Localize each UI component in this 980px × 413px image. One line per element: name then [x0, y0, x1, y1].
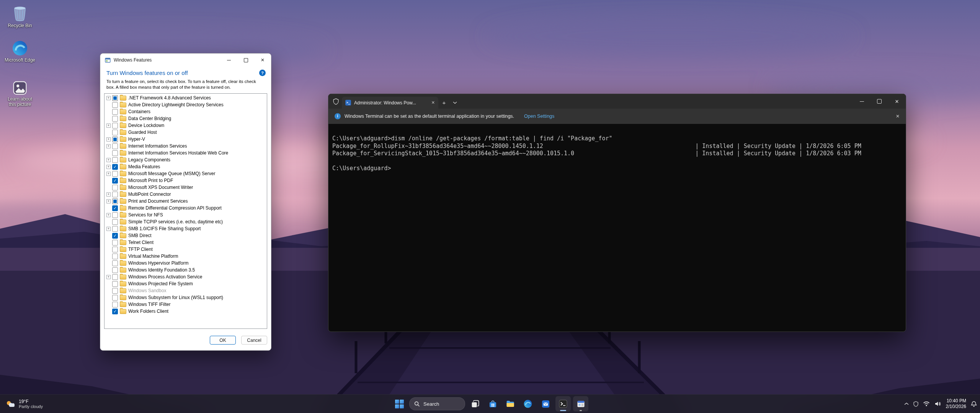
feature-row[interactable]: +Internet Information Services [105, 143, 267, 150]
minimize-button[interactable] [220, 54, 237, 67]
feature-checkbox[interactable] [112, 109, 118, 115]
feature-row[interactable]: Data Center Bridging [105, 115, 267, 122]
feature-row[interactable]: +Hyper-V [105, 136, 267, 143]
new-tab-button[interactable]: + [438, 97, 450, 109]
maximize-button[interactable] [237, 54, 254, 67]
banner-close-icon[interactable]: ✕ [896, 114, 900, 119]
file-explorer-button[interactable] [503, 396, 518, 411]
feature-row[interactable]: Telnet Client [105, 239, 267, 246]
feature-checkbox[interactable] [112, 102, 118, 108]
help-icon[interactable]: ? [259, 70, 266, 76]
feature-checkbox[interactable] [112, 260, 118, 266]
windows-features-taskbar-button[interactable] [573, 396, 588, 411]
tab-close-icon[interactable]: ✕ [431, 100, 435, 105]
expand-plus-icon[interactable]: + [106, 158, 111, 162]
expand-plus-icon[interactable]: + [106, 213, 111, 217]
feature-checkbox[interactable] [112, 157, 118, 163]
feature-row[interactable]: Windows Subsystem for Linux (WSL1 suppor… [105, 294, 267, 301]
start-button[interactable] [392, 396, 407, 411]
terminal-close-button[interactable]: ✕ [888, 94, 906, 109]
feature-row[interactable]: Windows Sandbox [105, 287, 267, 294]
feature-row[interactable]: ✓Work Folders Client [105, 308, 267, 315]
expand-plus-icon[interactable]: + [106, 96, 111, 100]
feature-checkbox[interactable] [112, 288, 118, 294]
feature-checkbox[interactable] [112, 274, 118, 280]
feature-row[interactable]: +.NET Framework 4.8 Advanced Services [105, 94, 267, 101]
expand-plus-icon[interactable]: + [106, 137, 111, 141]
feature-row[interactable]: +Services for NFS [105, 211, 267, 218]
feature-checkbox[interactable] [112, 302, 118, 307]
feature-checkbox[interactable] [112, 116, 118, 122]
feature-checkbox[interactable] [112, 219, 118, 225]
terminal-tab[interactable]: >_ Administrator: Windows Pow... ✕ [342, 97, 438, 109]
feature-row[interactable]: Windows Hypervisor Platform [105, 260, 267, 267]
feature-row[interactable]: Microsoft XPS Document Writer [105, 184, 267, 191]
dialog-titlebar[interactable]: Windows Features ✕ [100, 54, 271, 67]
feature-row[interactable]: Windows TIFF IFilter [105, 301, 267, 308]
feature-row[interactable]: +Print and Document Services [105, 198, 267, 205]
feature-checkbox[interactable] [112, 95, 118, 101]
cancel-button[interactable]: Cancel [241, 336, 267, 345]
feature-checkbox[interactable]: ✓ [112, 205, 118, 211]
open-settings-link[interactable]: Open Settings [524, 114, 554, 119]
terminal-maximize-button[interactable] [871, 94, 888, 109]
clock[interactable]: 10:40 PM 2/10/2026 [946, 398, 966, 410]
feature-row[interactable]: Windows Identity Foundation 3.5 [105, 267, 267, 273]
expand-plus-icon[interactable]: + [106, 192, 111, 197]
feature-row[interactable]: Simple TCPIP services (i.e. echo, daytim… [105, 218, 267, 225]
feature-checkbox[interactable] [112, 130, 118, 135]
feature-row[interactable]: +✓Media Features [105, 163, 267, 170]
feature-row[interactable]: +Device Lockdown [105, 122, 267, 129]
terminal-titlebar[interactable]: >_ Administrator: Windows Pow... ✕ + ✕ [328, 94, 906, 109]
expand-plus-icon[interactable]: + [106, 172, 111, 176]
feature-row[interactable]: +Legacy Components [105, 156, 267, 163]
outlook-button[interactable] [538, 396, 553, 411]
feature-row[interactable]: Windows Projected File System [105, 280, 267, 287]
feature-row[interactable]: TFTP Client [105, 246, 267, 253]
feature-checkbox[interactable] [112, 150, 118, 156]
search-box[interactable]: Search [409, 397, 465, 410]
notification-center-button[interactable] [971, 401, 977, 407]
feature-checkbox[interactable] [112, 212, 118, 218]
widgets-button[interactable]: 19°F Partly cloudy [2, 396, 47, 411]
feature-checkbox[interactable]: ✓ [112, 164, 118, 170]
feature-row[interactable]: ✓Remote Differential Compression API Sup… [105, 205, 267, 211]
tab-dropdown-button[interactable] [450, 97, 460, 109]
feature-row[interactable]: +MultiPoint Connector [105, 191, 267, 198]
feature-checkbox[interactable] [112, 281, 118, 287]
feature-checkbox[interactable] [112, 295, 118, 301]
feature-checkbox[interactable] [112, 137, 118, 142]
feature-checkbox[interactable]: ✓ [112, 178, 118, 184]
recycle-bin-desktop-icon[interactable]: Recycle Bin [4, 5, 36, 28]
microsoft-edge-button[interactable] [520, 396, 536, 411]
feature-checkbox[interactable] [112, 185, 118, 190]
feature-row[interactable]: ✓SMB Direct [105, 232, 267, 239]
feature-row[interactable]: ✓Microsoft Print to PDF [105, 177, 267, 184]
feature-row[interactable]: Containers [105, 108, 267, 115]
expand-plus-icon[interactable]: + [106, 275, 111, 279]
tray-shield-button[interactable] [913, 401, 918, 407]
hidden-icons-button[interactable] [904, 402, 909, 405]
terminal-minimize-button[interactable] [853, 94, 871, 109]
expand-plus-icon[interactable]: + [106, 124, 111, 128]
ok-button[interactable]: OK [210, 336, 236, 345]
feature-checkbox[interactable]: ✓ [112, 309, 118, 314]
feature-row[interactable]: Guarded Host [105, 129, 267, 136]
network-button[interactable] [923, 401, 930, 406]
feature-checkbox[interactable] [112, 123, 118, 128]
windows-terminal-button[interactable] [555, 396, 571, 411]
feature-row[interactable]: Virtual Machine Platform [105, 253, 267, 260]
feature-checkbox[interactable] [112, 247, 118, 252]
feature-row[interactable]: +SMB 1.0/CIFS File Sharing Support [105, 225, 267, 232]
expand-plus-icon[interactable]: + [106, 227, 111, 231]
feature-checkbox[interactable] [112, 254, 118, 259]
feature-row[interactable]: +Microsoft Message Queue (MSMQ) Server [105, 170, 267, 177]
expand-plus-icon[interactable]: + [106, 165, 111, 169]
feature-checkbox[interactable] [112, 267, 118, 273]
feature-checkbox[interactable] [112, 226, 118, 232]
close-button[interactable]: ✕ [254, 54, 271, 67]
volume-button[interactable] [934, 401, 941, 406]
expand-plus-icon[interactable]: + [106, 199, 111, 203]
feature-checkbox[interactable] [112, 143, 118, 149]
feature-row[interactable]: Active Directory Lightweight Directory S… [105, 101, 267, 108]
